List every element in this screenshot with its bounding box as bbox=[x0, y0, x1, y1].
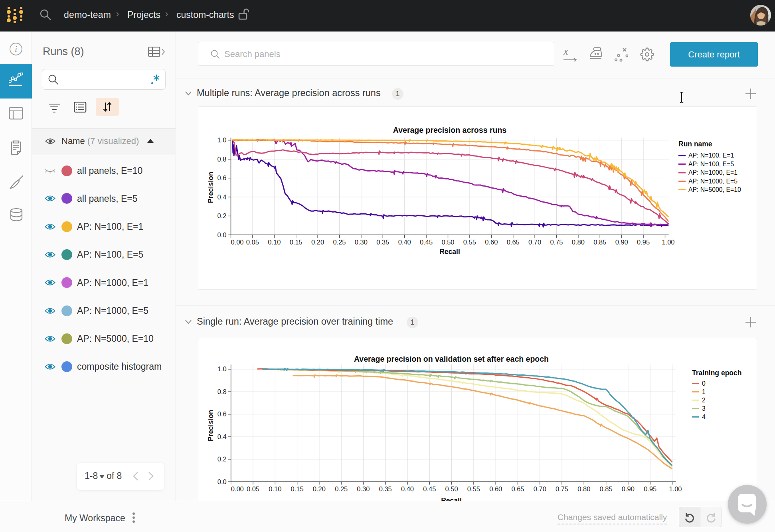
svg-text:0.2: 0.2 bbox=[217, 455, 227, 463]
svg-text:0.45: 0.45 bbox=[420, 238, 433, 246]
svg-text:0.4: 0.4 bbox=[217, 193, 227, 201]
svg-text:1: 1 bbox=[702, 388, 706, 395]
svg-text:0.4: 0.4 bbox=[217, 433, 227, 440]
svg-text:0.75: 0.75 bbox=[550, 238, 563, 246]
svg-text:0.95: 0.95 bbox=[644, 485, 656, 493]
svg-text:4: 4 bbox=[702, 414, 706, 420]
svg-text:Precision: Precision bbox=[207, 410, 215, 441]
svg-text:Run name: Run name bbox=[678, 140, 712, 148]
svg-text:0.6: 0.6 bbox=[217, 174, 227, 181]
svg-text:AP: N=5000, E=10: AP: N=5000, E=10 bbox=[688, 186, 741, 193]
svg-text:AP: N=100, E=1: AP: N=100, E=1 bbox=[688, 152, 734, 159]
svg-text:AP: N=1000, E=1: AP: N=1000, E=1 bbox=[688, 169, 737, 176]
svg-text:1.00: 1.00 bbox=[662, 238, 674, 246]
svg-text:0.6: 0.6 bbox=[217, 410, 227, 418]
svg-text:0.40: 0.40 bbox=[401, 485, 414, 493]
svg-text:0.85: 0.85 bbox=[593, 238, 606, 246]
svg-text:0.90: 0.90 bbox=[615, 238, 628, 246]
svg-text:0.10: 0.10 bbox=[269, 485, 281, 493]
svg-text:0.60: 0.60 bbox=[485, 238, 498, 246]
svg-text:Precision: Precision bbox=[207, 172, 215, 203]
svg-text:0.30: 0.30 bbox=[357, 485, 370, 493]
svg-text:1.00: 1.00 bbox=[669, 485, 682, 493]
svg-text:0.40: 0.40 bbox=[398, 238, 411, 246]
svg-text:0.25: 0.25 bbox=[333, 238, 346, 246]
svg-text:0.50: 0.50 bbox=[441, 238, 454, 246]
svg-text:0.20: 0.20 bbox=[311, 238, 324, 246]
svg-text:0.55: 0.55 bbox=[463, 238, 476, 246]
svg-text:0.80: 0.80 bbox=[572, 238, 585, 246]
svg-text:3: 3 bbox=[702, 405, 706, 412]
svg-text:0.95: 0.95 bbox=[637, 238, 650, 246]
svg-text:1.0: 1.0 bbox=[217, 136, 227, 144]
svg-text:0.70: 0.70 bbox=[528, 238, 541, 246]
svg-text:0.85: 0.85 bbox=[600, 485, 613, 493]
svg-text:Training epoch: Training epoch bbox=[692, 369, 741, 377]
svg-text:0.0: 0.0 bbox=[217, 478, 227, 485]
svg-text:0.15: 0.15 bbox=[291, 485, 304, 493]
svg-text:2: 2 bbox=[702, 397, 706, 404]
svg-text:0.80: 0.80 bbox=[577, 485, 590, 493]
svg-text:0.65: 0.65 bbox=[507, 238, 520, 246]
svg-text:0.00: 0.00 bbox=[231, 238, 243, 246]
svg-text:0.75: 0.75 bbox=[556, 485, 568, 493]
svg-text:0.50: 0.50 bbox=[445, 485, 458, 493]
svg-text:0.70: 0.70 bbox=[534, 485, 546, 493]
svg-text:0.90: 0.90 bbox=[622, 485, 635, 493]
svg-text:0.2: 0.2 bbox=[217, 212, 227, 219]
svg-text:Average precision across runs: Average precision across runs bbox=[393, 126, 506, 134]
svg-text:0.10: 0.10 bbox=[268, 238, 281, 246]
svg-text:0.65: 0.65 bbox=[511, 485, 524, 493]
svg-text:AP: N=1000, E=5: AP: N=1000, E=5 bbox=[688, 178, 737, 185]
svg-text:AP: N=100, E=5: AP: N=100, E=5 bbox=[688, 161, 734, 167]
svg-text:0.20: 0.20 bbox=[313, 485, 326, 493]
svg-text:0.25: 0.25 bbox=[335, 485, 348, 493]
svg-text:0.60: 0.60 bbox=[489, 485, 502, 493]
svg-text:1.0: 1.0 bbox=[217, 365, 227, 372]
svg-text:Recall: Recall bbox=[441, 497, 462, 501]
svg-text:0.05: 0.05 bbox=[247, 485, 259, 493]
svg-text:0.15: 0.15 bbox=[290, 238, 302, 246]
svg-text:Recall: Recall bbox=[439, 248, 460, 256]
svg-text:i: i bbox=[15, 45, 17, 53]
svg-text:0.05: 0.05 bbox=[246, 238, 259, 246]
svg-text:0.8: 0.8 bbox=[217, 388, 227, 395]
svg-text:0.00: 0.00 bbox=[231, 485, 244, 493]
svg-text:0.45: 0.45 bbox=[423, 485, 436, 493]
svg-text:Average precision on validatio: Average precision on validation set afte… bbox=[354, 355, 549, 363]
svg-text:0.8: 0.8 bbox=[217, 156, 227, 163]
svg-text:0.35: 0.35 bbox=[379, 485, 392, 493]
svg-text:0.30: 0.30 bbox=[355, 238, 368, 246]
svg-text:0: 0 bbox=[702, 380, 706, 387]
svg-text:0.0: 0.0 bbox=[217, 231, 227, 238]
svg-text:0.55: 0.55 bbox=[467, 485, 480, 493]
svg-text:0.35: 0.35 bbox=[376, 238, 389, 246]
